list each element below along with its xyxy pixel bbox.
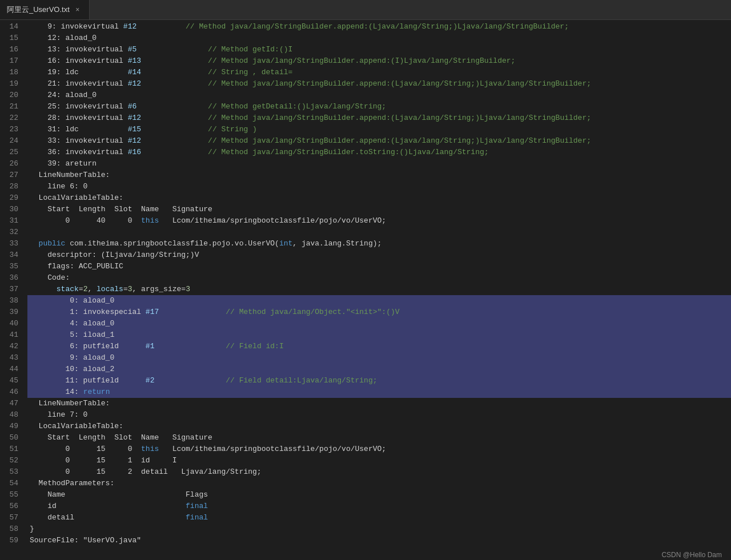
tab-title: 阿里云_UserVO.txt — [7, 5, 70, 15]
code-line: 0 15 2 detail Ljava/lang/String; — [27, 466, 731, 478]
code-line: 16: invokevirtual #13 // Method java/lan… — [27, 55, 731, 67]
code-line: 9: invokevirtual #12 // Method java/lang… — [27, 21, 731, 33]
tab-uservo[interactable]: 阿里云_UserVO.txt × — [0, 0, 90, 19]
code-line: 36: invokevirtual #16 // Method java/lan… — [27, 147, 731, 158]
code-line: 0 15 0 this Lcom/itheima/springbootclass… — [27, 444, 731, 455]
code-line: 39: areturn — [27, 158, 731, 170]
code-line: 25: invokevirtual #6 // Method getDetail… — [27, 101, 731, 112]
code-line: LineNumberTable: — [27, 398, 731, 409]
code-line: SourceFile: "UserVO.java" — [27, 535, 731, 546]
code-line: } — [27, 523, 731, 535]
code-line: 33: invokevirtual #12 // Method java/lan… — [27, 135, 731, 147]
code-line: 12: aload_0 — [27, 33, 731, 44]
code-line: descriptor: (ILjava/lang/String;)V — [27, 249, 731, 261]
code-line: MethodParameters: — [27, 478, 731, 489]
code-line: LocalVariableTable: — [27, 192, 731, 204]
code-line: 24: aload_0 — [27, 90, 731, 101]
footer: CSDN @Hello Dam — [652, 550, 731, 560]
code-line: id final — [27, 501, 731, 512]
code-line: Name Flags — [27, 489, 731, 501]
code-line: LineNumberTable: — [27, 170, 731, 181]
code-content[interactable]: 9: invokevirtual #12 // Method java/lang… — [23, 20, 731, 560]
code-line: 9: aload_0 — [27, 352, 731, 364]
code-line: stack=2, locals=3, args_size=3 — [27, 284, 731, 295]
code-line: 13: invokevirtual #5 // Method getId:()I — [27, 44, 731, 55]
code-line: 10: aload_2 — [27, 364, 731, 375]
code-line: LocalVariableTable: — [27, 421, 731, 432]
code-line: 14: return — [27, 386, 731, 398]
code-line: 19: ldc #14 // String , detail= — [27, 67, 731, 78]
code-line: Code: — [27, 272, 731, 284]
code-line: flags: ACC_PUBLIC — [27, 261, 731, 272]
code-line: 0 15 1 id I — [27, 455, 731, 466]
code-line: detail final — [27, 512, 731, 523]
code-line: Start Length Slot Name Signature — [27, 204, 731, 215]
code-line: 11: putfield #2 // Field detail:Ljava/la… — [27, 375, 731, 386]
code-line: 21: invokevirtual #12 // Method java/lan… — [27, 78, 731, 90]
code-line: line 6: 0 — [27, 181, 731, 192]
code-line: 28: invokevirtual #12 // Method java/lan… — [27, 112, 731, 124]
line-numbers: 1415161718192021222324252627282930313233… — [0, 20, 23, 560]
code-line: 5: iload_1 — [27, 329, 731, 341]
code-line: 0 40 0 this Lcom/itheima/springbootclass… — [27, 215, 731, 227]
code-line: 4: aload_0 — [27, 318, 731, 329]
code-line — [27, 227, 731, 238]
code-line: 6: putfield #1 // Field id:I — [27, 341, 731, 352]
code-line: 1: invokespecial #17 // Method java/lang… — [27, 307, 731, 318]
code-line: line 7: 0 — [27, 409, 731, 421]
code-line: 31: ldc #15 // String ) — [27, 124, 731, 135]
code-line: Start Length Slot Name Signature — [27, 432, 731, 444]
tab-close-button[interactable]: × — [73, 5, 82, 14]
tab-bar: 阿里云_UserVO.txt × — [0, 0, 731, 20]
editor-area: 1415161718192021222324252627282930313233… — [0, 20, 731, 560]
footer-text: CSDN @Hello Dam — [661, 551, 722, 559]
code-line: public com.itheima.springbootclassfile.p… — [27, 238, 731, 249]
code-line: 0: aload_0 — [27, 295, 731, 307]
